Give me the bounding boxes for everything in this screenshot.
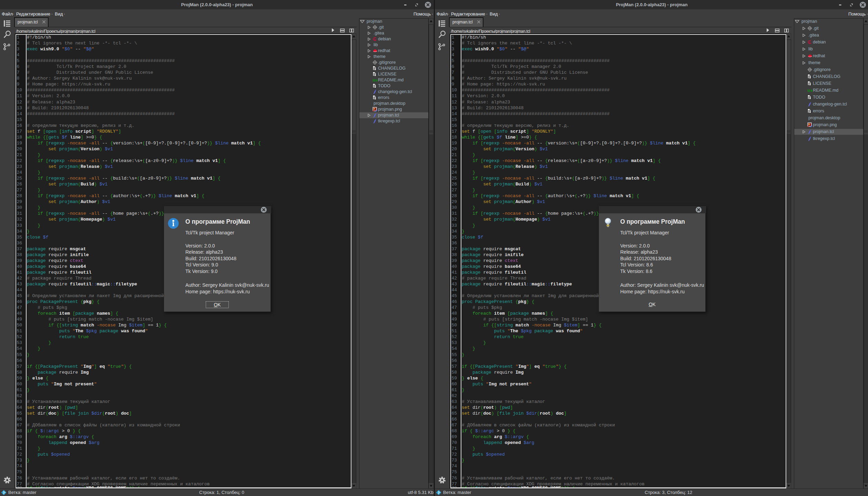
- svg-text:M: M: [807, 88, 810, 92]
- svg-text:M: M: [372, 78, 376, 82]
